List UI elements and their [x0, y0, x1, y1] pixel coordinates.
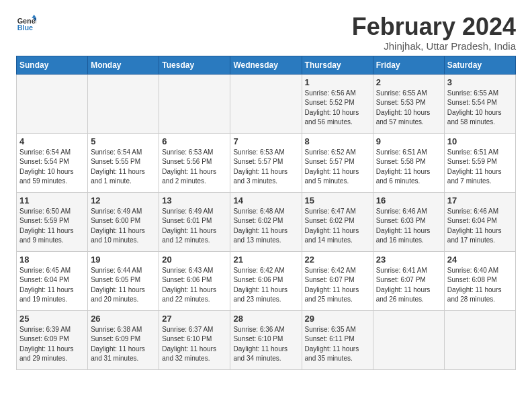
cell-info: Sunrise: 6:41 AM Sunset: 6:07 PM Dayligh… [376, 266, 441, 305]
day-number: 6 [162, 136, 227, 146]
day-number: 22 [305, 255, 370, 265]
svg-marker-2 [32, 15, 36, 18]
calendar-cell: 9Sunrise: 6:51 AM Sunset: 5:58 PM Daylig… [373, 133, 444, 192]
day-number: 16 [376, 195, 441, 205]
week-row-2: 4Sunrise: 6:54 AM Sunset: 5:54 PM Daylig… [17, 133, 516, 192]
cell-info: Sunrise: 6:37 AM Sunset: 6:10 PM Dayligh… [162, 325, 227, 364]
cell-info: Sunrise: 6:46 AM Sunset: 6:03 PM Dayligh… [376, 207, 441, 246]
day-number: 21 [233, 255, 298, 265]
cell-info: Sunrise: 6:54 AM Sunset: 5:54 PM Dayligh… [19, 148, 85, 187]
header-day-wednesday: Wednesday [230, 56, 302, 74]
calendar-cell: 24Sunrise: 6:40 AM Sunset: 6:08 PM Dayli… [444, 251, 515, 310]
calendar-cell [230, 74, 302, 133]
day-number: 27 [162, 314, 227, 324]
calendar-cell: 26Sunrise: 6:38 AM Sunset: 6:09 PM Dayli… [88, 310, 159, 369]
week-row-4: 18Sunrise: 6:45 AM Sunset: 6:04 PM Dayli… [17, 251, 516, 310]
logo-icon: General Blue [16, 13, 36, 34]
week-row-1: 1Sunrise: 6:56 AM Sunset: 5:52 PM Daylig… [17, 74, 516, 133]
day-number: 15 [305, 195, 370, 205]
calendar-cell: 29Sunrise: 6:35 AM Sunset: 6:11 PM Dayli… [302, 310, 373, 369]
cell-info: Sunrise: 6:35 AM Sunset: 6:11 PM Dayligh… [305, 325, 370, 364]
day-number: 18 [19, 255, 85, 265]
calendar-cell: 11Sunrise: 6:50 AM Sunset: 5:59 PM Dayli… [17, 192, 88, 251]
header-day-sunday: Sunday [17, 56, 88, 74]
calendar-cell: 4Sunrise: 6:54 AM Sunset: 5:54 PM Daylig… [17, 133, 88, 192]
title-area: February 2024 Jhinjhak, Uttar Pradesh, I… [352, 13, 516, 52]
day-number: 25 [19, 314, 85, 324]
calendar-cell: 6Sunrise: 6:53 AM Sunset: 5:56 PM Daylig… [159, 133, 230, 192]
day-number: 1 [305, 77, 370, 87]
calendar-cell: 27Sunrise: 6:37 AM Sunset: 6:10 PM Dayli… [159, 310, 230, 369]
cell-info: Sunrise: 6:42 AM Sunset: 6:06 PM Dayligh… [233, 266, 298, 305]
calendar-cell: 8Sunrise: 6:52 AM Sunset: 5:57 PM Daylig… [302, 133, 373, 192]
day-number: 12 [91, 195, 156, 205]
calendar-cell: 3Sunrise: 6:55 AM Sunset: 5:54 PM Daylig… [444, 74, 515, 133]
header-day-saturday: Saturday [444, 56, 515, 74]
day-number: 20 [162, 255, 227, 265]
week-row-3: 11Sunrise: 6:50 AM Sunset: 5:59 PM Dayli… [17, 192, 516, 251]
svg-text:Blue: Blue [17, 24, 33, 32]
cell-info: Sunrise: 6:42 AM Sunset: 6:07 PM Dayligh… [305, 266, 370, 305]
calendar-table: SundayMondayTuesdayWednesdayThursdayFrid… [16, 56, 516, 370]
calendar-header-row: SundayMondayTuesdayWednesdayThursdayFrid… [17, 56, 516, 74]
calendar-cell: 19Sunrise: 6:44 AM Sunset: 6:05 PM Dayli… [88, 251, 159, 310]
calendar-cell: 15Sunrise: 6:47 AM Sunset: 6:02 PM Dayli… [302, 192, 373, 251]
header-day-friday: Friday [373, 56, 444, 74]
calendar-cell: 21Sunrise: 6:42 AM Sunset: 6:06 PM Dayli… [230, 251, 302, 310]
logo: General Blue [16, 13, 36, 34]
calendar-cell: 10Sunrise: 6:51 AM Sunset: 5:59 PM Dayli… [444, 133, 515, 192]
cell-info: Sunrise: 6:54 AM Sunset: 5:55 PM Dayligh… [91, 148, 156, 187]
cell-info: Sunrise: 6:56 AM Sunset: 5:52 PM Dayligh… [305, 89, 370, 128]
calendar-cell: 23Sunrise: 6:41 AM Sunset: 6:07 PM Dayli… [373, 251, 444, 310]
day-number: 4 [19, 136, 85, 146]
cell-info: Sunrise: 6:53 AM Sunset: 5:57 PM Dayligh… [233, 148, 298, 187]
day-number: 7 [233, 136, 298, 146]
header-day-monday: Monday [88, 56, 159, 74]
calendar-cell: 25Sunrise: 6:39 AM Sunset: 6:09 PM Dayli… [17, 310, 88, 369]
day-number: 2 [376, 77, 441, 87]
calendar-cell: 20Sunrise: 6:43 AM Sunset: 6:06 PM Dayli… [159, 251, 230, 310]
cell-info: Sunrise: 6:39 AM Sunset: 6:09 PM Dayligh… [19, 325, 85, 364]
calendar-cell: 12Sunrise: 6:49 AM Sunset: 6:00 PM Dayli… [88, 192, 159, 251]
cell-info: Sunrise: 6:48 AM Sunset: 6:02 PM Dayligh… [233, 207, 298, 246]
cell-info: Sunrise: 6:38 AM Sunset: 6:09 PM Dayligh… [91, 325, 156, 364]
calendar-cell [373, 310, 444, 369]
day-number: 13 [162, 195, 227, 205]
day-number: 29 [305, 314, 370, 324]
header-day-tuesday: Tuesday [159, 56, 230, 74]
day-number: 14 [233, 195, 298, 205]
day-number: 8 [305, 136, 370, 146]
cell-info: Sunrise: 6:47 AM Sunset: 6:02 PM Dayligh… [305, 207, 370, 246]
cell-info: Sunrise: 6:49 AM Sunset: 6:00 PM Dayligh… [91, 207, 156, 246]
cell-info: Sunrise: 6:44 AM Sunset: 6:05 PM Dayligh… [91, 266, 156, 305]
calendar-cell [444, 310, 515, 369]
calendar-cell: 1Sunrise: 6:56 AM Sunset: 5:52 PM Daylig… [302, 74, 373, 133]
cell-info: Sunrise: 6:45 AM Sunset: 6:04 PM Dayligh… [19, 266, 85, 305]
header: General Blue February 2024 Jhinjhak, Utt… [16, 13, 516, 52]
calendar-cell: 17Sunrise: 6:46 AM Sunset: 6:04 PM Dayli… [444, 192, 515, 251]
week-row-5: 25Sunrise: 6:39 AM Sunset: 6:09 PM Dayli… [17, 310, 516, 369]
day-number: 28 [233, 314, 298, 324]
calendar-cell: 16Sunrise: 6:46 AM Sunset: 6:03 PM Dayli… [373, 192, 444, 251]
day-number: 5 [91, 136, 156, 146]
calendar-cell [17, 74, 88, 133]
cell-info: Sunrise: 6:53 AM Sunset: 5:56 PM Dayligh… [162, 148, 227, 187]
day-number: 23 [376, 255, 441, 265]
calendar-cell [159, 74, 230, 133]
cell-info: Sunrise: 6:55 AM Sunset: 5:53 PM Dayligh… [376, 89, 441, 128]
cell-info: Sunrise: 6:51 AM Sunset: 5:58 PM Dayligh… [376, 148, 441, 187]
cell-info: Sunrise: 6:46 AM Sunset: 6:04 PM Dayligh… [447, 207, 513, 246]
day-number: 24 [447, 255, 513, 265]
cell-info: Sunrise: 6:40 AM Sunset: 6:08 PM Dayligh… [447, 266, 513, 305]
main-title: February 2024 [352, 13, 516, 40]
day-number: 17 [447, 195, 513, 205]
cell-info: Sunrise: 6:36 AM Sunset: 6:10 PM Dayligh… [233, 325, 298, 364]
cell-info: Sunrise: 6:52 AM Sunset: 5:57 PM Dayligh… [305, 148, 370, 187]
day-number: 9 [376, 136, 441, 146]
cell-info: Sunrise: 6:43 AM Sunset: 6:06 PM Dayligh… [162, 266, 227, 305]
calendar-cell: 14Sunrise: 6:48 AM Sunset: 6:02 PM Dayli… [230, 192, 302, 251]
calendar-cell: 7Sunrise: 6:53 AM Sunset: 5:57 PM Daylig… [230, 133, 302, 192]
calendar-cell: 2Sunrise: 6:55 AM Sunset: 5:53 PM Daylig… [373, 74, 444, 133]
calendar-cell: 13Sunrise: 6:49 AM Sunset: 6:01 PM Dayli… [159, 192, 230, 251]
cell-info: Sunrise: 6:51 AM Sunset: 5:59 PM Dayligh… [447, 148, 513, 187]
